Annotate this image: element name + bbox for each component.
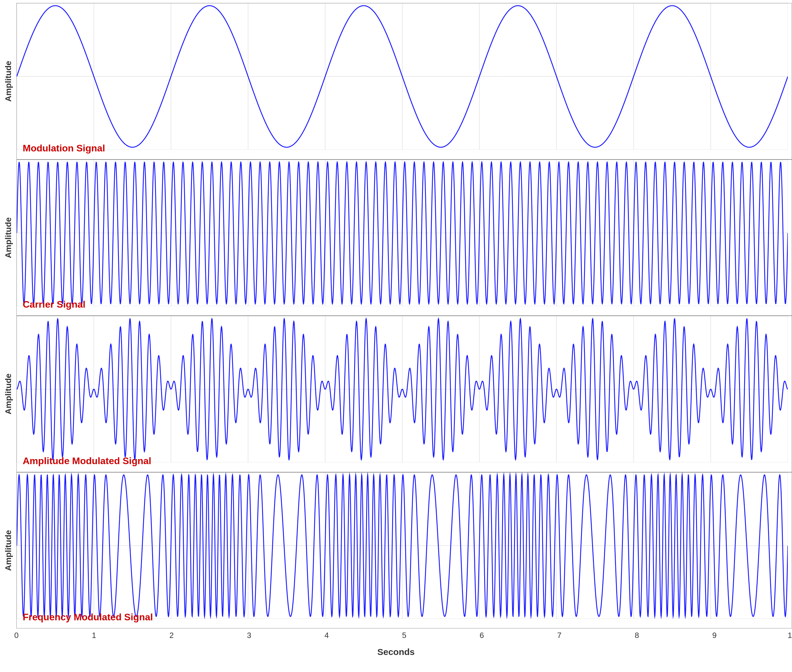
x-tick-8: 8 bbox=[635, 631, 639, 640]
x-tick-3: 3 bbox=[247, 631, 251, 640]
x-tick-9: 9 bbox=[712, 631, 717, 640]
x-tick-5: 5 bbox=[402, 631, 406, 640]
carrier-chart: Carrier Signal bbox=[16, 160, 792, 316]
fm-signal-label: Frequency Modulated Signal bbox=[23, 612, 153, 623]
carrier-signal-label: Carrier Signal bbox=[23, 299, 85, 310]
am-chart: Amplitude Modulated Signal bbox=[16, 316, 792, 472]
modulation-signal-label: Modulation Signal bbox=[23, 143, 105, 154]
y-axis-label-4: Amplitude bbox=[0, 472, 16, 629]
x-tick-0: 0 bbox=[14, 631, 19, 640]
fm-chart: Frequency Modulated Signal bbox=[16, 472, 792, 629]
fm-panel: Amplitude Frequency Modulated Signal bbox=[0, 472, 792, 629]
y-axis-label-1: Amplitude bbox=[0, 3, 16, 160]
x-tick-4: 4 bbox=[325, 631, 329, 640]
x-tick-2: 2 bbox=[170, 631, 174, 640]
main-container: Amplitude Modulation Signal Amplitude Ca… bbox=[0, 0, 792, 672]
x-tick-10: 10 bbox=[788, 631, 792, 640]
am-signal-label: Amplitude Modulated Signal bbox=[23, 456, 151, 467]
x-tick-1: 1 bbox=[92, 631, 96, 640]
y-axis-label-2: Amplitude bbox=[0, 160, 16, 316]
carrier-panel: Amplitude Carrier Signal bbox=[0, 160, 792, 316]
am-panel: Amplitude Amplitude Modulated Signal bbox=[0, 316, 792, 472]
x-axis-container: 012345678910 bbox=[0, 629, 792, 646]
x-tick-7: 7 bbox=[557, 631, 561, 640]
modulation-panel: Amplitude Modulation Signal bbox=[0, 3, 792, 160]
x-axis-title: Seconds bbox=[0, 647, 792, 657]
modulation-chart: Modulation Signal bbox=[16, 3, 792, 160]
x-tick-6: 6 bbox=[480, 631, 484, 640]
y-axis-label-3: Amplitude bbox=[0, 316, 16, 472]
